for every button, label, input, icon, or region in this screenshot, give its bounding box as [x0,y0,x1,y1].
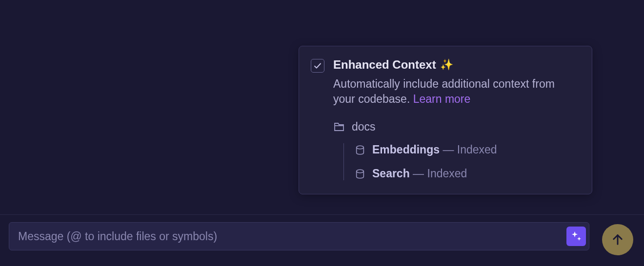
divider [0,214,644,215]
popup-description: Automatically include additional context… [333,76,578,107]
indexed-dash: — [443,143,457,156]
message-input-bar [9,222,589,250]
database-icon [355,145,365,155]
arrow-up-icon [611,233,624,247]
folder-icon [333,121,345,133]
scroll-up-button[interactable] [602,224,633,255]
indexed-item-search[interactable]: Search — Indexed [355,167,578,180]
message-input[interactable] [18,230,566,243]
folder-section: docs Embeddings — Indexed [333,120,578,180]
indexed-status: Indexed [427,167,467,180]
indexed-section: Embeddings — Indexed Search — Indexed [343,143,578,180]
enhanced-context-button[interactable] [566,227,586,246]
popup-title-text: Enhanced Context [333,58,436,72]
check-icon [313,61,322,70]
indexed-name: Embeddings [372,143,440,156]
database-icon [355,169,365,179]
indexed-status: Indexed [457,143,497,156]
indexed-item-embeddings[interactable]: Embeddings — Indexed [355,143,578,156]
enhanced-context-checkbox[interactable] [311,59,324,73]
sparkles-icon [570,230,582,242]
sparkle-icon: ✨ [440,58,453,71]
popup-text: Enhanced Context ✨ Automatically include… [333,58,578,107]
indexed-name: Search [372,167,410,180]
svg-point-1 [357,146,364,149]
popup-title: Enhanced Context ✨ [333,58,578,72]
popup-header: Enhanced Context ✨ Automatically include… [311,58,578,107]
svg-point-2 [357,170,364,172]
folder-row[interactable]: docs [333,120,578,133]
indexed-dash: — [413,167,427,180]
folder-name: docs [352,120,376,133]
learn-more-link[interactable]: Learn more [413,93,471,105]
enhanced-context-popup: Enhanced Context ✨ Automatically include… [299,46,592,194]
